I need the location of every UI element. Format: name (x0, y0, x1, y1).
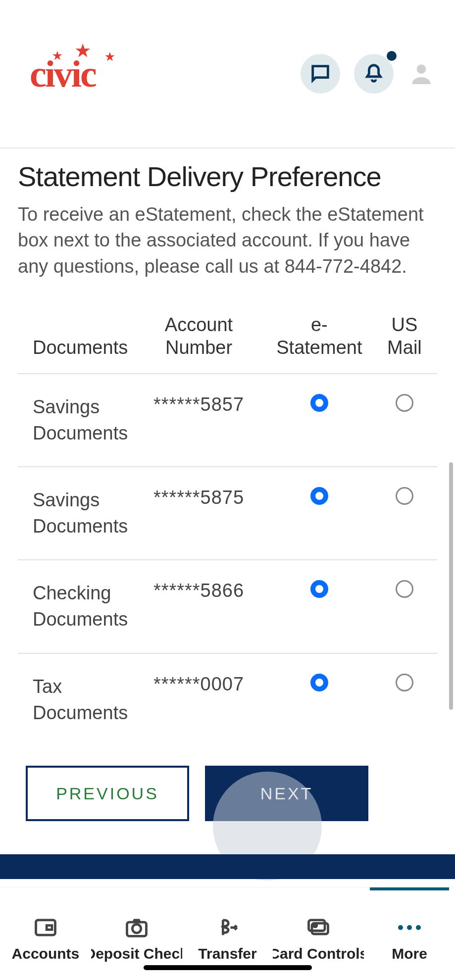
nav-label: Transfer (198, 945, 256, 962)
table-row: SavingsDocuments******5857 (18, 374, 437, 467)
chat-icon (309, 62, 332, 85)
nav-label: Accounts (12, 945, 80, 962)
mail-radio[interactable] (396, 487, 413, 505)
wallet-icon (33, 915, 58, 940)
person-icon (407, 60, 435, 88)
estatement-radio[interactable] (310, 487, 328, 505)
nav-label: Card Controls (273, 945, 364, 962)
doc-cell: SavingsDocuments (18, 467, 131, 560)
app-header: ★ ★ ★ civic (0, 0, 455, 148)
nav-more[interactable]: More (364, 887, 455, 980)
col-documents: Documents (18, 309, 131, 373)
header-icon-group (301, 54, 435, 94)
estatement-radio[interactable] (310, 674, 328, 691)
logo: ★ ★ ★ civic (30, 52, 96, 96)
col-mail: US Mail (372, 309, 437, 373)
profile-button[interactable] (407, 60, 435, 88)
preference-table: Documents Account Number e-Statement US … (18, 309, 437, 746)
messages-button[interactable] (301, 54, 340, 94)
dollar-arrow-icon (214, 915, 240, 940)
acct-cell: ******5875 (131, 467, 267, 560)
estatement-radio[interactable] (310, 394, 328, 412)
doc-cell: SavingsDocuments (18, 374, 131, 467)
acct-cell: ******0007 (131, 653, 267, 746)
page-content: Statement Delivery Preference To receive… (0, 148, 455, 821)
mail-radio[interactable] (396, 674, 413, 691)
cards-icon (305, 915, 331, 940)
table-header-row: Documents Account Number e-Statement US … (18, 309, 437, 373)
star-icon: ★ (105, 50, 113, 63)
more-icon (398, 915, 421, 940)
col-account: Account Number (131, 309, 267, 373)
svg-point-3 (132, 924, 141, 932)
previous-button[interactable]: PREVIOUS (26, 766, 189, 821)
nav-accounts[interactable]: Accounts (0, 887, 91, 980)
bell-icon (362, 62, 385, 85)
star-icon: ★ (52, 49, 61, 62)
star-icon: ★ (75, 41, 89, 60)
col-estatement: e-Statement (267, 309, 372, 373)
nav-label: Deposit Check (91, 945, 182, 962)
table-row: SavingsDocuments******5875 (18, 467, 437, 560)
svg-point-6 (314, 924, 317, 927)
table-row: CheckingDocuments******5866 (18, 560, 437, 653)
estatement-radio[interactable] (310, 580, 328, 598)
acct-cell: ******5866 (131, 560, 267, 653)
mail-radio[interactable] (396, 394, 413, 412)
doc-cell: TaxDocuments (18, 653, 131, 746)
svg-rect-1 (47, 925, 52, 930)
page-description: To receive an eStatement, check the eSta… (18, 201, 437, 279)
mail-radio[interactable] (396, 580, 413, 598)
notification-dot-icon (387, 51, 397, 61)
home-indicator (144, 965, 312, 970)
camera-icon (124, 915, 150, 940)
doc-cell: CheckingDocuments (18, 560, 131, 653)
button-row: PREVIOUS NEXT (18, 746, 437, 821)
table-row: TaxDocuments******0007 (18, 653, 437, 746)
footer-bar (0, 854, 455, 879)
notifications-button[interactable] (354, 54, 394, 94)
acct-cell: ******5857 (131, 374, 267, 467)
page-title: Statement Delivery Preference (18, 160, 437, 193)
scrollbar[interactable] (449, 462, 453, 710)
nav-label: More (392, 945, 427, 962)
next-button[interactable]: NEXT (205, 766, 368, 821)
